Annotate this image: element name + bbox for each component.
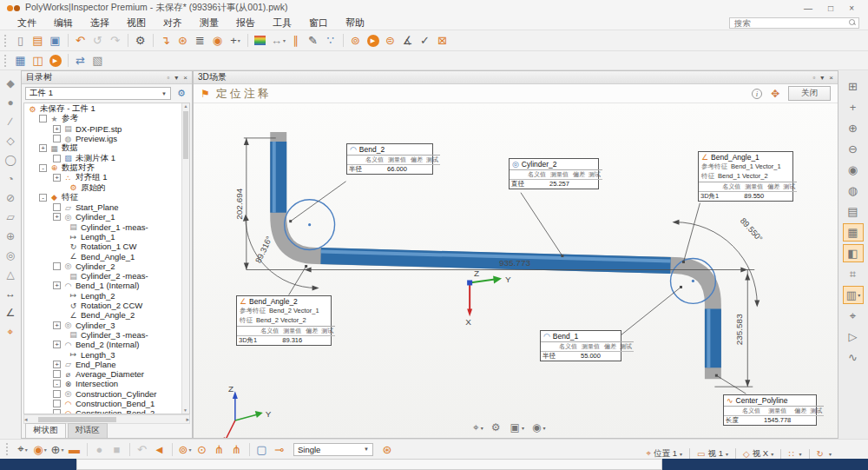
tree-vertical-scrollbar[interactable]: ▲▼ — [181, 103, 189, 414]
tree-item-length-1[interactable]: ↦ Length_1 — [25, 232, 181, 242]
texture-icon[interactable]: ▥▾ — [843, 286, 864, 304]
tree-item-length-3[interactable]: ↦ Length_3 — [25, 349, 181, 359]
tab-tree-view[interactable]: 树状图 — [25, 423, 66, 438]
feature-slot-icon[interactable]: ⊕ — [6, 230, 15, 242]
object-display-icon[interactable]: ▤ — [843, 202, 864, 221]
tree-item-cylinder-3-meas[interactable]: ▤ Cylinder_3 -meas- — [25, 330, 181, 340]
bounding-box-icon[interactable]: ▦ — [843, 223, 864, 242]
position-control[interactable]: ⌖位置 1▾ — [640, 448, 690, 460]
tree-expand-box[interactable] — [53, 341, 61, 348]
move-annotations-icon[interactable]: ✥ — [771, 88, 779, 100]
pick-mode-button[interactable]: ⌖▾ — [473, 421, 483, 434]
scroll-left-icon[interactable]: ◂ — [24, 416, 28, 423]
close-mode-button[interactable]: 关闭 — [788, 86, 831, 101]
toolbar-button[interactable] — [68, 54, 69, 67]
element-pick-icon[interactable]: ⌖ — [843, 307, 864, 325]
import-icon[interactable]: ↴ — [157, 32, 174, 50]
tree-item-preview[interactable]: ◍ Preview.igs — [25, 134, 181, 143]
scene-options-button[interactable]: ⚙ — [491, 421, 503, 434]
tree-item-cylinder-1[interactable]: ◎ Cylinder_1 — [25, 212, 181, 222]
laser-spray-icon[interactable]: ◉▾ — [31, 440, 49, 458]
tree-item-intersection[interactable]: ⊗ Intersection — [25, 379, 181, 388]
feature-polygon-icon[interactable]: ▱ — [6, 211, 14, 223]
pin-probe-icon[interactable]: ⊕▾ — [49, 440, 66, 458]
tree-item-references[interactable]: ★ 参考 — [25, 114, 181, 123]
report-grid-icon[interactable]: ▦ — [12, 52, 30, 70]
close-gaps-icon[interactable]: ⊠ — [434, 32, 451, 50]
menu-item[interactable]: 工具 — [264, 17, 300, 30]
tree-expand-box[interactable] — [53, 380, 61, 387]
workpiece-filter-icon[interactable]: ⚙ — [174, 88, 188, 99]
tree-expand-box[interactable] — [39, 144, 47, 152]
scroll-right-icon[interactable]: ▸ — [186, 416, 189, 423]
feature-line-icon[interactable]: ∕ — [10, 116, 11, 128]
tree-item-project[interactable]: ⚙ 未保存 - 工件 1 — [25, 104, 181, 114]
tree-expand-box[interactable] — [53, 321, 61, 329]
tree-item-features[interactable]: ◆ 特征 — [25, 193, 181, 202]
annotation-bend-2[interactable]: ◠Bend_2 名义值测量值偏差测试 半径66.000 — [346, 143, 433, 175]
tree-item-bend-angle-1[interactable]: ∠ Bend_Angle_1 — [25, 251, 181, 261]
tree-expand-box[interactable] — [53, 135, 61, 142]
autofit-icon[interactable]: ◉ — [843, 161, 864, 179]
tree-item-unmeasured-sheet[interactable]: ▨ 未测片体 1 — [25, 153, 181, 162]
menu-item[interactable]: 窗口 — [300, 17, 337, 30]
digital-readout-icon[interactable]: ≣ — [192, 32, 209, 50]
info-icon[interactable]: i — [752, 89, 762, 99]
feature-cone-icon[interactable]: △ — [6, 268, 14, 281]
feature-primitives-icon[interactable]: ◆ — [6, 77, 14, 89]
annotation-bend-angle-2[interactable]: ∠Bend_Angle_2 参考特征Bend_2 Vector_1 特征Bend… — [236, 295, 332, 346]
toolbar-button[interactable] — [247, 34, 248, 47]
tree-item-start-plane[interactable]: ▱ Start_Plane — [25, 202, 181, 212]
tree-expand-box[interactable] — [53, 125, 61, 133]
menu-item[interactable]: 编辑 — [45, 17, 82, 30]
annotation-bend-angle-1[interactable]: ∠Bend_Angle_1 参考特征Bend_1 Vector_1 特征Bend… — [698, 151, 793, 202]
pin-panel-icon[interactable]: ▫ — [812, 74, 815, 82]
zoom-window-icon[interactable]: ⊞ — [843, 77, 864, 96]
colormap-icon[interactable] — [252, 32, 269, 50]
tree-item-end-plane[interactable]: ▱ End_Plane — [25, 360, 181, 369]
zoom-in-icon[interactable]: ⊕ — [843, 119, 864, 137]
close-button[interactable]: × — [849, 3, 854, 13]
feature-arc-icon[interactable]: ◔ — [7, 173, 13, 185]
view-1-control[interactable]: ▭视 1▾ — [689, 448, 735, 460]
visibility-button[interactable]: ◉▾ — [532, 421, 546, 434]
probing-button[interactable] — [249, 443, 250, 456]
targets-icon[interactable]: ⊚▾ — [176, 440, 194, 458]
move-device-icon[interactable]: +▾ — [227, 32, 244, 50]
validate-icon[interactable]: ✓ — [417, 32, 434, 50]
feature-circle-icon[interactable]: ◯ — [4, 154, 16, 166]
pan-icon[interactable]: + — [843, 98, 864, 116]
stop-button[interactable]: ■ — [108, 440, 126, 458]
gauge-icon[interactable]: ⊚ — [347, 32, 365, 50]
align-icon[interactable]: ⊛ — [174, 32, 192, 50]
tree-item-construction-bend-1[interactable]: ◠ Construction_Bend_1 — [25, 399, 181, 408]
toolbar-button[interactable] — [68, 34, 69, 47]
minimize-button[interactable]: — — [804, 3, 812, 13]
toolbar-grip[interactable] — [4, 35, 8, 47]
maximize-button[interactable]: □ — [828, 3, 833, 13]
close-panel-icon[interactable]: × — [183, 74, 187, 82]
tree-item-construction-bend-2[interactable]: ◠ Construction_Bend_2 — [25, 408, 181, 414]
tree-item-cylinder-3[interactable]: ◎ Cylinder_3 — [25, 321, 181, 330]
probe-device-icon[interactable]: ⌖▾ — [14, 440, 31, 458]
toolbar-grip[interactable] — [4, 55, 8, 67]
tree-expand-box[interactable] — [53, 409, 61, 414]
menu-item[interactable]: 帮助 — [337, 17, 373, 30]
angle-icon[interactable]: ∠ — [6, 307, 16, 319]
menu-item[interactable]: 选择 — [82, 17, 118, 30]
tree-item-bend-1[interactable]: ◠ Bend_1 (Internal) — [25, 281, 181, 290]
toolbar-button[interactable] — [128, 34, 128, 47]
tree-item-rotation-2[interactable]: ↺ Rotation_2 CCW — [25, 301, 181, 310]
tree-item-original[interactable]: ⚙ 原始的 — [25, 182, 181, 192]
toolbar-button[interactable] — [153, 34, 154, 47]
panel-menu-icon[interactable]: ▾ — [174, 74, 178, 82]
viewport-3d[interactable]: 935.773 202.694 235.583 89.316° 89.550° … — [194, 103, 838, 438]
redo-icon[interactable]: ↷ — [107, 32, 124, 50]
tree-expand-box[interactable] — [53, 281, 61, 289]
tree-expand-box[interactable] — [53, 155, 61, 162]
snapshot-icon[interactable]: ▧ — [89, 52, 107, 70]
tree-item-cylinder-1-meas[interactable]: ▤ Cylinder_1 -meas- — [25, 222, 181, 232]
play-measure-button[interactable]: ▶ — [365, 32, 382, 50]
dialog-panel-icon[interactable]: ▢ — [253, 440, 271, 458]
probing-button[interactable] — [87, 443, 88, 456]
